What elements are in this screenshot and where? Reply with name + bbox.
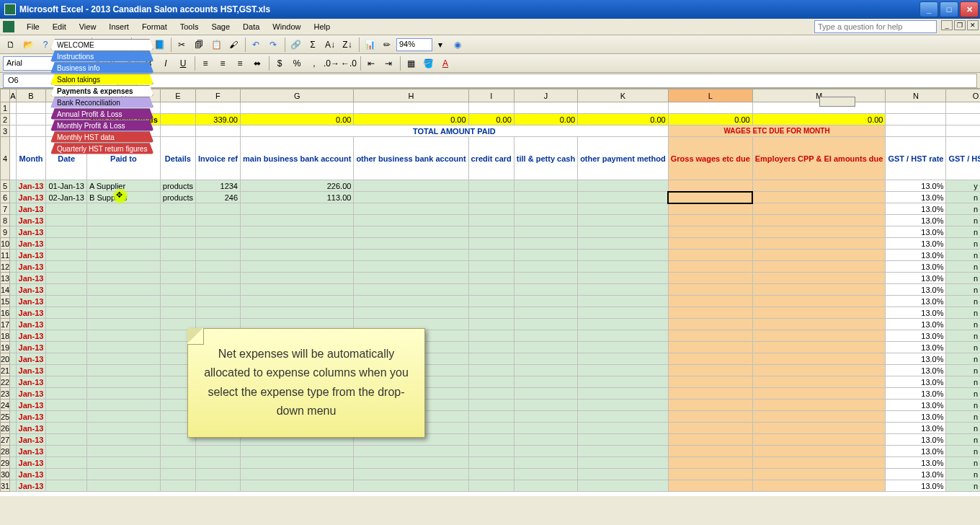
cell[interactable] [752, 284, 886, 296]
cell[interactable] [514, 388, 577, 400]
undo-icon[interactable]: ↶ [248, 37, 264, 53]
cell[interactable] [87, 250, 161, 261]
cell[interactable] [10, 365, 16, 376]
cell[interactable]: Jan-13 [16, 388, 46, 400]
cell[interactable] [468, 365, 514, 376]
cell[interactable] [514, 469, 577, 480]
cell[interactable] [514, 353, 577, 365]
cell[interactable] [946, 114, 980, 125]
cell[interactable] [46, 446, 87, 457]
row-header-23[interactable]: 23 [1, 388, 10, 400]
cell[interactable] [668, 203, 752, 215]
cell[interactable] [354, 273, 468, 284]
cell[interactable]: n [946, 226, 980, 238]
row-header-5[interactable]: 5 [1, 180, 10, 192]
mdi-restore[interactable]: ❐ [954, 20, 966, 30]
cell[interactable] [10, 215, 16, 226]
cell[interactable]: n [946, 307, 980, 319]
cell[interactable]: 13.0% [886, 307, 946, 319]
cell[interactable] [668, 307, 752, 319]
paste-icon[interactable]: 📋 [208, 37, 224, 53]
cell[interactable]: n [946, 388, 980, 400]
sheet-tab-annual-profit-loss[interactable]: Annual Profit & Loss [50, 108, 153, 120]
cell[interactable] [578, 102, 669, 114]
cell[interactable] [514, 307, 577, 319]
cell[interactable] [668, 434, 752, 446]
cell[interactable]: 13.0% [886, 388, 946, 400]
cell[interactable] [668, 238, 752, 250]
cell[interactable] [10, 353, 16, 365]
cell[interactable] [886, 102, 946, 114]
cell[interactable] [354, 296, 468, 307]
cell[interactable] [752, 319, 886, 330]
cell[interactable] [10, 102, 16, 114]
cell[interactable] [752, 296, 886, 307]
cell[interactable]: main business bank account [241, 137, 354, 180]
cell[interactable] [354, 284, 468, 296]
cell[interactable]: Jan-13 [16, 203, 46, 215]
cell[interactable] [514, 261, 577, 273]
col-header-N[interactable]: N [886, 89, 946, 102]
cell[interactable] [195, 226, 240, 238]
cell[interactable]: Jan-13 [16, 446, 46, 457]
cell[interactable]: 13.0% [886, 250, 946, 261]
cell[interactable] [468, 353, 514, 365]
cell[interactable] [514, 215, 577, 226]
cell[interactable]: 13.0% [886, 457, 946, 469]
cell[interactable] [354, 215, 468, 226]
cell[interactable]: other business bank account [354, 137, 468, 180]
cell[interactable]: n [946, 400, 980, 411]
cell[interactable] [668, 226, 752, 238]
row-header-21[interactable]: 21 [1, 365, 10, 376]
cell[interactable]: Jan-13 [16, 434, 46, 446]
row-header-13[interactable]: 13 [1, 273, 10, 284]
cell[interactable] [195, 125, 240, 137]
cell[interactable] [514, 102, 577, 114]
cell[interactable] [752, 330, 886, 342]
cell[interactable] [16, 114, 46, 125]
menu-help[interactable]: Help [307, 20, 337, 33]
row-header-4[interactable]: 4 [1, 137, 10, 180]
cell[interactable]: n [946, 238, 980, 250]
cell[interactable] [87, 273, 161, 284]
underline-button[interactable]: U [175, 56, 191, 71]
cell[interactable]: n [946, 330, 980, 342]
cell[interactable] [87, 411, 161, 423]
cell[interactable] [668, 192, 752, 203]
cell[interactable] [752, 388, 886, 400]
cell[interactable]: 0.00 [752, 114, 886, 125]
cell[interactable]: 1234 [195, 180, 240, 192]
cell[interactable]: B Supplies [87, 192, 161, 203]
cell[interactable]: Jan-13 [16, 215, 46, 226]
cell[interactable] [87, 238, 161, 250]
sheet-tab-monthly-profit-loss[interactable]: Monthly Profit & Loss [50, 120, 153, 131]
cell[interactable] [468, 284, 514, 296]
cell[interactable] [752, 480, 886, 492]
cell[interactable] [468, 203, 514, 215]
cell[interactable] [752, 180, 886, 192]
cell[interactable]: 13.0% [886, 192, 946, 203]
cell[interactable] [514, 296, 577, 307]
cell[interactable] [468, 192, 514, 203]
cell[interactable] [886, 125, 946, 137]
cell[interactable] [578, 296, 669, 307]
cell[interactable] [578, 203, 669, 215]
menu-edit[interactable]: Edit [46, 20, 73, 33]
cell[interactable]: 13.0% [886, 273, 946, 284]
cell[interactable]: 13.0% [886, 446, 946, 457]
cell[interactable] [241, 261, 354, 273]
cell[interactable] [46, 388, 87, 400]
cell[interactable] [46, 284, 87, 296]
row-header-31[interactable]: 31 [1, 480, 10, 492]
cell[interactable] [668, 180, 752, 192]
cell[interactable] [241, 469, 354, 480]
row-header-16[interactable]: 16 [1, 307, 10, 319]
cell[interactable] [87, 388, 161, 400]
cell[interactable] [46, 376, 87, 388]
cell[interactable] [160, 296, 195, 307]
cell[interactable]: n [946, 365, 980, 376]
cell[interactable] [46, 273, 87, 284]
cell[interactable] [195, 307, 240, 319]
help-icon2[interactable]: ◉ [450, 37, 466, 53]
cell[interactable]: n [946, 250, 980, 261]
